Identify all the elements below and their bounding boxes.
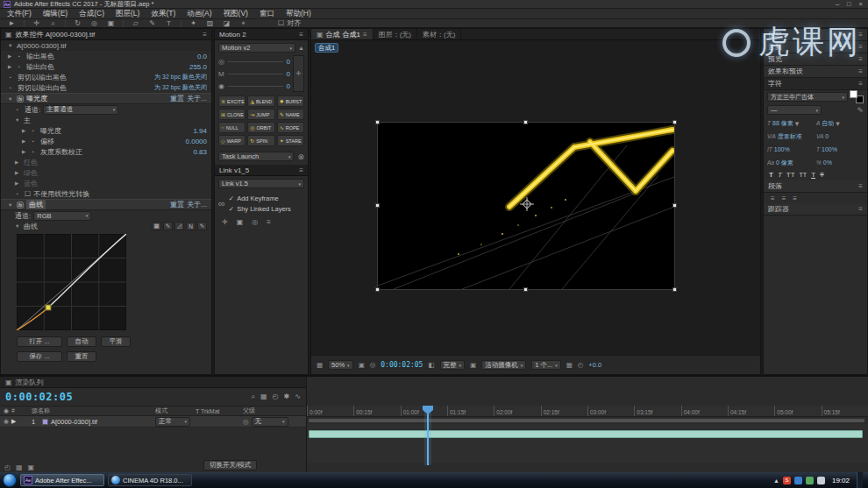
taskbar-clock[interactable]: 19:02 bbox=[829, 477, 853, 484]
compos-frame[interactable] bbox=[378, 123, 674, 289]
menu-window[interactable]: 窗口 bbox=[260, 9, 274, 19]
anchor-widget[interactable]: ✛ bbox=[293, 55, 304, 92]
panel-menu-icon[interactable]: ≡ bbox=[858, 67, 863, 75]
baseline-value[interactable]: 0 像素 bbox=[776, 159, 793, 167]
exposure-effect-header[interactable]: ▼ fx 曝光度 重置 关于... bbox=[1, 93, 211, 104]
link-chain-icon[interactable]: ∞ bbox=[218, 198, 225, 209]
layout-icon[interactable]: ▣ bbox=[237, 218, 244, 226]
menu-effect[interactable]: 效果(T) bbox=[151, 9, 175, 19]
motion-button-orbit[interactable]: ◎ORBIT bbox=[247, 122, 274, 133]
sogou-tray-icon[interactable]: S bbox=[783, 477, 791, 484]
stopwatch-icon[interactable]: ◔ bbox=[17, 64, 24, 70]
kerning-control[interactable]: V∕A 度量标准 bbox=[767, 132, 815, 141]
stopwatch-icon[interactable]: ◔ bbox=[17, 53, 24, 60]
work-area-bar[interactable] bbox=[309, 419, 864, 422]
selection-handle[interactable] bbox=[375, 120, 380, 124]
all-caps-button[interactable]: TT bbox=[786, 171, 795, 179]
selection-handle[interactable] bbox=[375, 287, 380, 292]
snap-checkbox[interactable]: ☐ bbox=[278, 19, 284, 27]
about-link[interactable]: 关于... bbox=[187, 200, 207, 209]
param-value[interactable]: 0.83 bbox=[193, 148, 207, 156]
tab-layer[interactable]: 图层：(无) bbox=[374, 29, 417, 39]
motion-button-name[interactable]: ✎NAME bbox=[277, 109, 304, 120]
stopwatch-icon[interactable]: ◔ bbox=[15, 191, 22, 197]
parent-select[interactable]: 无 ▾ bbox=[252, 417, 288, 427]
panel-menu-icon[interactable]: ≡ bbox=[858, 205, 863, 213]
always-preview-icon[interactable]: ▦ bbox=[317, 361, 323, 369]
twirl-icon[interactable]: ▼ bbox=[8, 202, 14, 208]
twirl-icon[interactable]: ▶ bbox=[22, 149, 28, 154]
show-desktop-button[interactable] bbox=[857, 472, 863, 488]
motion-button-excite[interactable]: ≋EXCITE bbox=[218, 95, 245, 107]
menu-composition[interactable]: 合成(C) bbox=[79, 9, 104, 19]
mask-visibility-icon[interactable]: ◎ bbox=[370, 361, 376, 369]
motion-button-warp[interactable]: ◇WARP bbox=[218, 135, 245, 146]
curves-n-icon[interactable]: Ν bbox=[186, 222, 196, 230]
maximize-button[interactable]: □ bbox=[847, 0, 851, 8]
start-button[interactable] bbox=[3, 473, 17, 487]
effect-source-row[interactable]: ▼ A[0000-0300].tif bbox=[1, 40, 211, 51]
fill-stroke-swatches[interactable] bbox=[850, 90, 864, 103]
panel-info[interactable]: 信息 ≡ bbox=[764, 29, 867, 41]
param-value[interactable]: 0.0 bbox=[197, 53, 207, 60]
motion-button-rope[interactable]: ∿ROPE bbox=[277, 122, 304, 133]
viewer-timecode[interactable]: 0:00:02:05 bbox=[381, 361, 423, 369]
panel-effects-presets[interactable]: 效果和预设 ≡ bbox=[764, 66, 867, 78]
twirl-icon[interactable]: ▶ bbox=[8, 53, 14, 59]
tsume-value[interactable]: 0% bbox=[823, 159, 832, 166]
align-right-icon[interactable]: ≡ bbox=[793, 194, 797, 202]
param-value[interactable]: 255.0 bbox=[189, 63, 207, 71]
motion-preset-select[interactable]: Motion v2 ▾ bbox=[218, 43, 295, 53]
param-value[interactable]: 1.94 bbox=[193, 127, 207, 135]
align-left-icon[interactable]: ≡ bbox=[771, 194, 775, 202]
font-style-select[interactable]: — ▾ bbox=[767, 105, 822, 115]
trkmat-column[interactable]: T TrkMat bbox=[196, 408, 243, 414]
twirl-icon[interactable]: ▼ bbox=[15, 117, 21, 123]
stopwatch-icon[interactable]: ◔ bbox=[8, 85, 15, 91]
hand-tool-icon[interactable]: ✛ bbox=[32, 19, 41, 27]
stopwatch-icon[interactable]: ◔ bbox=[8, 74, 15, 81]
panel-audio[interactable]: 音频 ≡ bbox=[764, 41, 867, 53]
motion2-tab[interactable]: Motion 2 ≡ bbox=[215, 29, 308, 40]
camera-select[interactable]: 活动摄像机 ▾ bbox=[481, 360, 526, 370]
motion-button-jump[interactable]: ↝JUMP bbox=[247, 109, 274, 120]
tsume-control[interactable]: % 0% bbox=[816, 159, 864, 166]
sort-up-icon[interactable]: ▲ bbox=[298, 45, 304, 51]
curves-auto-button[interactable]: 自动 bbox=[67, 336, 96, 347]
about-link[interactable]: 关于... bbox=[187, 94, 207, 103]
curves-effect-header[interactable]: ▼ fx 曲线 重置 关于... bbox=[1, 199, 211, 210]
motion-value[interactable]: 0 bbox=[287, 70, 290, 78]
effect-controls-tab[interactable]: ▣ 效果控件 A[0000-0300].tif ≡ bbox=[1, 29, 211, 40]
panel-preview[interactable]: 预览 ≡ bbox=[764, 53, 867, 66]
mode-column[interactable]: 模式 bbox=[155, 407, 196, 415]
twirl-icon[interactable]: ▶ bbox=[15, 159, 21, 165]
panel-paragraph[interactable]: 段落 ≡ bbox=[764, 180, 867, 193]
motion-button-clone[interactable]: ⊞CLONE bbox=[218, 109, 245, 120]
curves-pencil-icon[interactable]: ✎ bbox=[163, 222, 173, 230]
curves-reset-button[interactable]: 重置 bbox=[67, 351, 96, 362]
param-value[interactable]: 为 32 bpc 颜色关闭 bbox=[154, 73, 207, 81]
font-family-select[interactable]: 方正兰亭广告体 ▾ bbox=[767, 92, 848, 102]
source-name-column[interactable]: 源名称 bbox=[32, 407, 155, 415]
underline-button[interactable]: T bbox=[811, 171, 815, 179]
fill-color-swatch[interactable] bbox=[850, 90, 857, 98]
panel-tracker[interactable]: 跟踪器 ≡ bbox=[764, 203, 867, 216]
layer-duration-bar[interactable] bbox=[309, 430, 863, 438]
hscale-value[interactable]: 100% bbox=[822, 146, 837, 152]
selection-handle[interactable] bbox=[672, 203, 677, 208]
taskbar-app-cinema4d[interactable]: CINEMA 4D R18.0... bbox=[108, 474, 192, 486]
selection-handle[interactable] bbox=[375, 203, 380, 208]
eyedropper-icon[interactable]: ✎ bbox=[857, 106, 864, 115]
composition-mini-flowchart-icon[interactable]: ▦ bbox=[260, 393, 267, 401]
leading-control[interactable]: A 自动 ▾ bbox=[816, 119, 864, 128]
clone-stamp-tool-icon[interactable]: ▨ bbox=[205, 19, 215, 27]
curves-open-button[interactable]: 打开 ... bbox=[17, 336, 62, 347]
menu-view[interactable]: 视图(V) bbox=[224, 9, 248, 19]
tray-expand-icon[interactable]: ▲ bbox=[773, 477, 779, 484]
region-of-interest-icon[interactable]: ▣ bbox=[470, 361, 476, 369]
curves-smooth-button[interactable]: 平滑 bbox=[101, 336, 131, 347]
snapshot-icon[interactable]: ◧ bbox=[428, 361, 434, 369]
track-area[interactable] bbox=[307, 424, 868, 463]
link-preset-select[interactable]: Link v1.5 ▾ bbox=[218, 179, 304, 188]
expand-layers-icon[interactable]: ◴ bbox=[4, 463, 11, 471]
